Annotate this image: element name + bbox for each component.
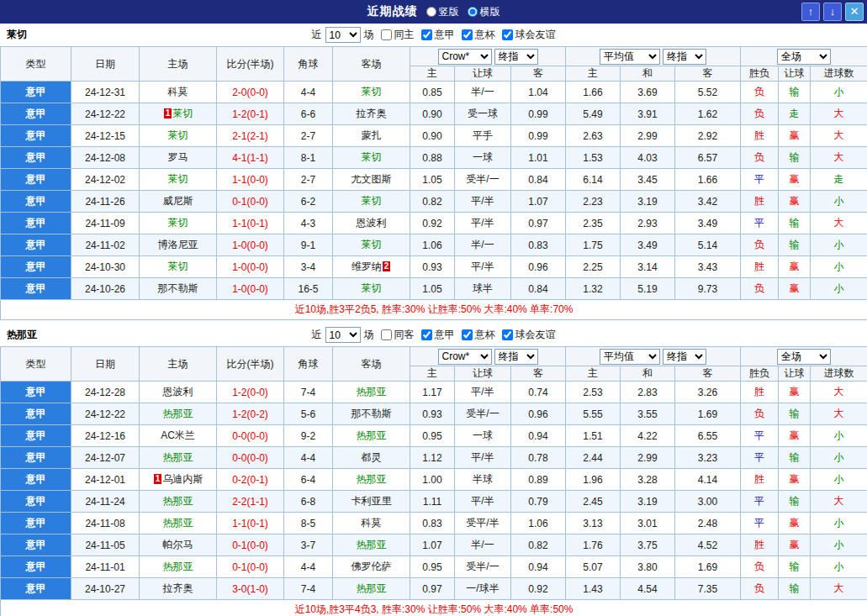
team-name-link[interactable]: 热那亚: [357, 429, 387, 441]
team-name-link[interactable]: 热那亚: [357, 473, 387, 485]
vertical-layout-radio-input[interactable]: [426, 7, 436, 17]
team-name-link[interactable]: 帕尔马: [163, 539, 193, 550]
team-name-link[interactable]: 热那亚: [163, 561, 193, 572]
recent-count-select[interactable]: 10: [325, 327, 361, 343]
bookmaker-select[interactable]: Crow*: [438, 49, 492, 65]
team-name-link[interactable]: 莱切: [168, 261, 188, 272]
score-cell[interactable]: 1-0(0-0): [217, 234, 284, 256]
serie-a-filter[interactable]: 意甲: [421, 328, 455, 342]
team-name-link[interactable]: 那不勒斯: [352, 408, 392, 419]
team-name-link[interactable]: 维罗纳: [352, 261, 382, 272]
coppa-italia-checkbox[interactable]: [462, 29, 473, 40]
club-friendly-filter[interactable]: 球会友谊: [502, 28, 556, 42]
vertical-layout-radio[interactable]: 竖版: [426, 5, 459, 19]
team-name-link[interactable]: 莱切: [172, 108, 193, 119]
final-odds-select[interactable]: 终指: [494, 49, 538, 65]
team-name-link[interactable]: 拉齐奥: [163, 582, 193, 594]
score-cell[interactable]: 0-1(0-0): [217, 534, 284, 556]
average-odds-select[interactable]: 平均值: [600, 349, 660, 365]
club-friendly-checkbox[interactable]: [502, 329, 513, 340]
score-cell[interactable]: 1-0(0-0): [217, 278, 284, 300]
team-name-link[interactable]: 乌迪内斯: [162, 473, 203, 485]
score-cell[interactable]: 0-0(0-0): [217, 447, 284, 469]
team-name-link[interactable]: 蒙扎: [362, 129, 382, 141]
same-venue-filter[interactable]: 同客: [381, 328, 415, 342]
team-name-link[interactable]: 莱切: [362, 86, 382, 97]
score-cell[interactable]: 0-2(0-1): [217, 469, 284, 491]
team-name-link[interactable]: 莱切: [362, 195, 382, 207]
score-cell[interactable]: 2-0(0-0): [217, 82, 284, 103]
result-winloss-cell: 平: [741, 425, 779, 447]
fulltime-select[interactable]: 全场: [777, 49, 831, 65]
close-button[interactable]: ✕: [845, 3, 864, 21]
bookmaker-select[interactable]: Crow*: [438, 349, 492, 365]
serie-a-checkbox[interactable]: [421, 329, 432, 340]
score-cell[interactable]: 1-1(0-1): [217, 513, 284, 534]
team-name-link[interactable]: 恩波利: [163, 386, 193, 398]
record-summary: 近10场,胜3平2负5, 胜率:30% 让胜率:50% 大率:40% 单率:70…: [1, 300, 867, 320]
team-name-link[interactable]: 莱切: [362, 239, 382, 250]
team-name-link[interactable]: 恩波利: [357, 217, 387, 229]
coppa-italia-checkbox[interactable]: [462, 329, 473, 340]
score-cell[interactable]: 2-2(1-1): [217, 491, 284, 513]
team-name-link[interactable]: 热那亚: [163, 451, 193, 463]
score-cell[interactable]: 4-1(1-1): [217, 147, 284, 169]
recent-count-select[interactable]: 10: [325, 27, 361, 43]
score-cell[interactable]: 2-1(2-1): [217, 125, 284, 147]
fulltime-select[interactable]: 全场: [777, 349, 831, 365]
team-name-link[interactable]: 罗马: [168, 151, 188, 163]
score-cell[interactable]: 1-1(0-0): [217, 169, 284, 191]
score-cell[interactable]: 0-1(0-0): [217, 191, 284, 213]
score-cell[interactable]: 0-1(0-0): [217, 556, 284, 578]
serie-a-filter[interactable]: 意甲: [421, 28, 455, 42]
team-name-link[interactable]: 博洛尼亚: [158, 239, 198, 250]
team-name-link[interactable]: 莱切: [168, 173, 188, 185]
score-cell[interactable]: 1-2(0-1): [217, 103, 284, 125]
team-name-link[interactable]: 科莫: [168, 86, 188, 97]
team-name-link[interactable]: 佛罗伦萨: [352, 561, 392, 572]
score-cell[interactable]: 1-0(0-0): [217, 256, 284, 278]
team-cell: 都灵: [333, 447, 410, 469]
score-cell[interactable]: 1-2(0-0): [217, 382, 284, 403]
same-venue-checkbox[interactable]: [381, 329, 392, 340]
team-name-link[interactable]: 拉齐奥: [357, 108, 387, 119]
euro-odds-cell: 7.35: [675, 578, 741, 600]
score-cell[interactable]: 0-0(0-0): [217, 425, 284, 447]
team-name-link[interactable]: 莱切: [168, 217, 188, 229]
horizontal-layout-radio[interactable]: 横版: [468, 5, 500, 19]
move-up-button[interactable]: ↑: [801, 3, 820, 21]
horizontal-layout-radio-input[interactable]: [468, 7, 478, 17]
club-friendly-filter[interactable]: 球会友谊: [502, 328, 556, 342]
team-name-link[interactable]: 都灵: [362, 451, 382, 463]
team-name-link[interactable]: 热那亚: [163, 495, 193, 507]
team-name-link[interactable]: 热那亚: [357, 539, 387, 550]
score-cell[interactable]: 1-2(0-2): [217, 403, 284, 425]
team-name-link[interactable]: AC米兰: [161, 429, 195, 441]
coppa-italia-filter[interactable]: 意杯: [462, 328, 495, 342]
final-odds-select-2[interactable]: 终指: [663, 49, 706, 65]
team-name-link[interactable]: 莱切: [168, 129, 188, 141]
serie-a-checkbox[interactable]: [421, 29, 432, 40]
serie-a-label: 意甲: [435, 28, 455, 42]
team-name-link[interactable]: 热那亚: [163, 517, 193, 529]
team-name-link[interactable]: 科莫: [362, 517, 382, 529]
score-cell[interactable]: 3-0(1-0): [217, 578, 284, 600]
team-name-link[interactable]: 莱切: [362, 151, 382, 163]
team-name-link[interactable]: 尤文图斯: [352, 173, 392, 185]
score-cell[interactable]: 1-1(0-1): [217, 213, 284, 234]
coppa-italia-filter[interactable]: 意杯: [462, 28, 495, 42]
final-odds-select[interactable]: 终指: [494, 349, 538, 365]
club-friendly-checkbox[interactable]: [502, 29, 513, 40]
team-name-link[interactable]: 热那亚: [357, 582, 387, 594]
average-odds-select[interactable]: 平均值: [600, 49, 660, 65]
move-down-button[interactable]: ↓: [823, 3, 842, 21]
same-venue-checkbox[interactable]: [381, 29, 392, 40]
team-name-link[interactable]: 热那亚: [163, 408, 193, 419]
team-name-link[interactable]: 莱切: [362, 282, 382, 294]
team-name-link[interactable]: 热那亚: [357, 386, 387, 398]
final-odds-select-2[interactable]: 终指: [663, 349, 706, 365]
team-name-link[interactable]: 那不勒斯: [158, 282, 198, 294]
team-name-link[interactable]: 卡利亚里: [352, 495, 392, 507]
same-venue-filter[interactable]: 同主: [381, 28, 415, 42]
team-name-link[interactable]: 威尼斯: [163, 195, 193, 207]
